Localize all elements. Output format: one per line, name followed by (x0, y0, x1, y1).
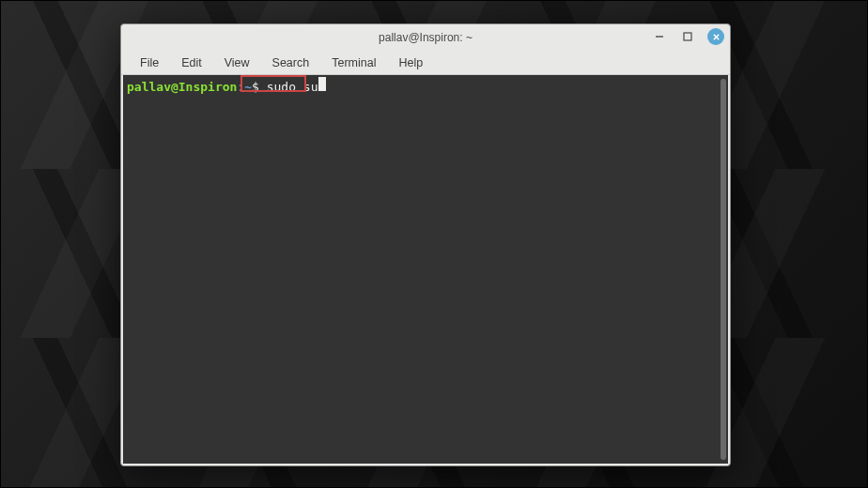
menubar: File Edit View Search Terminal Help (121, 51, 730, 75)
window-title: pallav@Inspiron: ~ (379, 31, 473, 44)
menu-search[interactable]: Search (263, 53, 319, 72)
cursor (318, 77, 326, 91)
titlebar[interactable]: pallav@Inspiron: ~ (121, 24, 730, 51)
menu-file[interactable]: File (131, 53, 168, 72)
close-icon (712, 33, 721, 41)
terminal-viewport[interactable]: pallav@Inspiron:~$ sudo su (123, 75, 728, 464)
terminal-window: pallav@Inspiron: ~ File Edit View Search… (120, 23, 731, 466)
prompt-symbol: $ (252, 80, 259, 96)
menu-view[interactable]: View (215, 53, 259, 72)
menu-help[interactable]: Help (389, 53, 432, 72)
minimize-icon (655, 32, 664, 41)
command-value: sudo su (267, 80, 318, 94)
maximize-button[interactable] (679, 28, 696, 45)
prompt-line: pallav@Inspiron:~$ sudo su (127, 77, 724, 96)
prompt-separator: : (237, 80, 244, 96)
scrollbar[interactable] (721, 79, 726, 460)
prompt-user-host: pallav@Inspiron (127, 80, 237, 96)
command-text: sudo su (259, 80, 318, 96)
menu-edit[interactable]: Edit (172, 53, 211, 72)
svg-rect-1 (684, 33, 691, 40)
menu-terminal[interactable]: Terminal (322, 53, 385, 72)
minimize-button[interactable] (651, 28, 668, 45)
window-controls (651, 28, 724, 45)
maximize-icon (683, 32, 692, 41)
close-button[interactable] (707, 28, 724, 45)
prompt-path: ~ (244, 80, 252, 96)
